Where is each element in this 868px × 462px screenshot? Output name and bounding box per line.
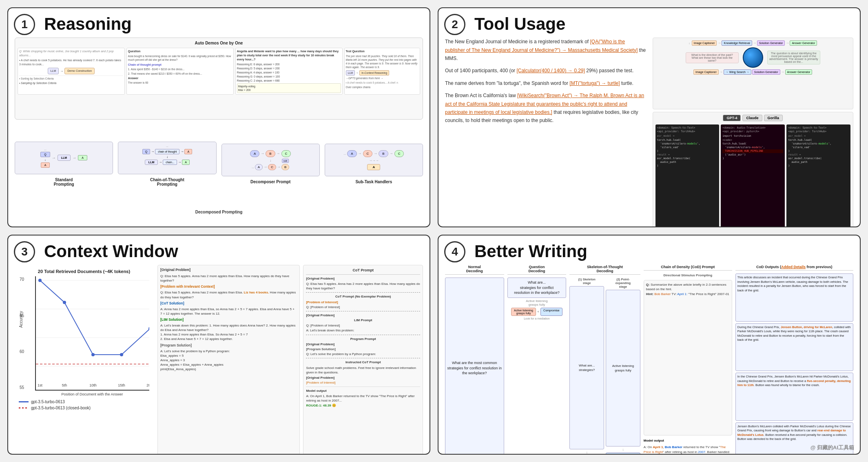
tool-model-tabs: GPT-4 Claude Gorilla bbox=[655, 115, 851, 121]
card-title-3: Context Window bbox=[44, 242, 423, 261]
code-gorilla: <domain: Speech-to-Text> <api_provider: … bbox=[786, 124, 850, 227]
svg-text:5th: 5th bbox=[62, 383, 67, 387]
standard-prompting-diagram: ... Q ↓ A → LLM → A StandardPrompting bbox=[15, 142, 113, 187]
card-tool-usage: 2 Tool Usage The New England Journal of … bbox=[438, 7, 861, 227]
skeleton-stage-2: (2) Point-expandingstage bbox=[616, 278, 631, 289]
chart-dot-1 bbox=[38, 279, 42, 282]
pipeline-answer: Answer Generator bbox=[790, 40, 817, 46]
directional-text: Q: Summarize the above article briefly i… bbox=[646, 282, 730, 296]
pipeline-solution-2: Solution Generator bbox=[752, 69, 780, 75]
decomposer-diagram: A → B → C ↓ ... A → C bbox=[221, 144, 320, 184]
svg-text:10th: 10th bbox=[89, 383, 97, 387]
skeleton-decoding-title: Skeleton-of-Thought Decoding bbox=[569, 265, 640, 275]
expand-output: Active listeninggrasps fully+ Compromise… bbox=[606, 453, 640, 455]
cod-output-3: In the Chinese Grand Prix, Jensen Button… bbox=[735, 373, 853, 421]
chart-legend: gpt-3.5-turbo-0613 gpt-3.5-turbo-0613 (c… bbox=[19, 400, 149, 410]
reasoning-diagrams: ... Q ↓ A → LLM → A StandardPrompting bbox=[15, 123, 423, 205]
model-gorilla: Gorilla bbox=[764, 115, 783, 121]
card-number-2: 2 bbox=[444, 14, 465, 35]
y-axis-label: Accuracy bbox=[19, 311, 23, 328]
svg-text:20th: 20th bbox=[146, 383, 149, 387]
tool-pipeline-flow-2: Image Captioner → → Wing Search → Soluti… bbox=[693, 69, 812, 75]
chart-title: 20 Total Retrieved Documents (~4K tokens… bbox=[19, 269, 149, 274]
model-output-text: A: On April 1, Bob Barker returned to th… bbox=[644, 445, 732, 455]
skeleton-arrow: ↓ bbox=[586, 451, 588, 454]
card-better-writing: 4 Better Writing Normal Decoding What ar… bbox=[438, 235, 861, 455]
section-cod-prompt: Chain of Density (CoD) Prompt Directiona… bbox=[644, 265, 732, 455]
question-box-top: What are...strategies for conflictresolu… bbox=[507, 278, 567, 298]
question-decoding-title: Question Decoding bbox=[507, 265, 567, 275]
section-normal-decoding: Normal Decoding What are the most common… bbox=[445, 265, 504, 455]
context-panels-right: [Original Problem] Q: Elsa has 5 apples.… bbox=[157, 265, 423, 455]
skeleton-question-box: What are...strategies? bbox=[569, 286, 604, 449]
tool-wiki-highlight: [WikiSearch("Brown Act") → The Ralph M. … bbox=[445, 93, 644, 115]
legend-item-1: gpt-3.5-turbo-0613 bbox=[19, 400, 149, 404]
reasoning-examples-panel: Auto Demos One by One Q: While shopping … bbox=[15, 38, 423, 120]
cot-prompting-label: Chain-of-ThoughtPrompting bbox=[150, 178, 184, 187]
card-title-1: Reasoning bbox=[44, 15, 423, 33]
plus-icon: + bbox=[537, 310, 539, 314]
compromise-box: Compromise bbox=[540, 308, 562, 316]
tool-text-left: The New England Journal of Medicine is a… bbox=[445, 38, 649, 227]
context-left-panel: [Original Problem] Q: Elsa has 5 apples.… bbox=[157, 265, 300, 455]
expand-arrow: ↓ bbox=[622, 448, 624, 451]
legend-line-2 bbox=[19, 407, 29, 409]
cod-prompt-title: Chain of Density (CoD) Prompt bbox=[644, 265, 732, 271]
normal-decoding-box: What are the most common strategies for … bbox=[445, 278, 504, 455]
legend-label-1: gpt-3.5-turbo-0613 bbox=[31, 400, 65, 404]
section-cod-outputs: CoD Outputs (Added Details from previous… bbox=[735, 265, 853, 455]
standard-prompting-label: StandardPrompting bbox=[54, 178, 74, 187]
chart-dot-10 bbox=[91, 353, 95, 356]
look-mediation-label: Look for a mediation bbox=[507, 317, 567, 320]
y-tick-60: 60 bbox=[20, 349, 24, 354]
tool-mt-highlight: [MT("tortuga") → turtle] bbox=[569, 80, 620, 86]
main-grid: 1 Reasoning Auto Demos One by One Q: Whi… bbox=[0, 0, 868, 462]
card-title-4: Better Writing bbox=[474, 242, 853, 261]
chart-dot-5 bbox=[63, 301, 66, 304]
auto-demo-title: Auto Demos One by One bbox=[18, 40, 420, 46]
chart-svg: 1st 5th 10th 15th 20th bbox=[35, 276, 149, 391]
tool-pipeline-flow: ↓ Image Captioner → Knowledge Retrieval … bbox=[655, 40, 851, 46]
model-output-label: Model output bbox=[644, 439, 732, 442]
x-axis-label: Position of Document with the Answer bbox=[35, 392, 149, 396]
active-box: Active listeninggrasps fully bbox=[511, 308, 536, 316]
tool-qa-highlight: [QA("Who is the publisher of The New Eng… bbox=[445, 39, 638, 53]
legend-label-2: gpt-3.5-turbo-0613 (closed-book) bbox=[31, 406, 91, 410]
section-question-decoding: Question Decoding What are...strategies … bbox=[507, 265, 567, 455]
chart-dot-15 bbox=[120, 353, 123, 356]
svg-text:1st: 1st bbox=[38, 383, 43, 387]
card-title-2: Tool Usage bbox=[474, 15, 853, 33]
section-skeleton-decoding: Skeleton-of-Thought Decoding (1) Skeleto… bbox=[569, 265, 640, 455]
reasoning-top: Auto Demos One by One Q: While shopping … bbox=[15, 38, 423, 120]
decomposed-label: Decomposed Prompting bbox=[15, 210, 423, 214]
model-gpt4: GPT-4 bbox=[723, 115, 741, 121]
skeleton-stage-1: (1) Skeletonstage bbox=[578, 278, 596, 285]
point-expand-box: Active listeninggrasps fully bbox=[606, 290, 640, 446]
pipeline-image-captioner-2: Image Captioner bbox=[693, 69, 719, 75]
tool-content: The New England Journal of Medicine is a… bbox=[445, 38, 853, 227]
normal-decoding-title: Normal Decoding bbox=[445, 265, 504, 275]
pipeline-knowledge-2: → Wing Search → bbox=[724, 69, 751, 75]
model-claude: Claude bbox=[742, 115, 762, 121]
reasoning-content: Auto Demos One by One Q: While shopping … bbox=[15, 38, 423, 214]
svg-text:15th: 15th bbox=[118, 383, 125, 387]
code-gpt4: <domain: Speech-to-Text> <api_provider: … bbox=[655, 124, 720, 227]
card-number-1: 1 bbox=[14, 14, 35, 35]
decomposer-label: Decomposer Prompt bbox=[250, 180, 290, 184]
directional-label: Directional Stimulus Prompting bbox=[644, 273, 732, 277]
tool-diagrams-right: ↓ Image Captioner → Knowledge Retrieval … bbox=[653, 38, 854, 227]
cod-outputs-title: CoD Outputs (Added Details from previous… bbox=[735, 265, 853, 271]
watermark: @ 归藏的AI工具箱 bbox=[810, 444, 854, 451]
context-chart-area: 20 Total Retrieved Documents (~4K tokens… bbox=[15, 265, 153, 455]
tool-pipeline-diagram: ↓ Image Captioner → Knowledge Retrieval … bbox=[653, 38, 854, 109]
cot-prompting-diagram: ... Q → chain of thought → A ↓ LLM bbox=[118, 142, 216, 187]
writing-content: Normal Decoding What are the most common… bbox=[445, 265, 853, 455]
card-number-3: 3 bbox=[14, 241, 35, 262]
subtask-label: Sub-Task Handlers bbox=[355, 180, 392, 184]
code-claude: <domain: Audio-Translation> <api_provide… bbox=[721, 124, 785, 227]
card-reasoning: 1 Reasoning Auto Demos One by One Q: Whi… bbox=[7, 7, 430, 227]
legend-item-2: gpt-3.5-turbo-0613 (closed-book) bbox=[19, 406, 149, 410]
y-tick-55: 55 bbox=[20, 385, 24, 390]
tool-model-comparison: GPT-4 Claude Gorilla <domain: Speech-to-… bbox=[653, 112, 854, 227]
active-listening-label: Active listeninggrasps fully bbox=[507, 299, 567, 307]
